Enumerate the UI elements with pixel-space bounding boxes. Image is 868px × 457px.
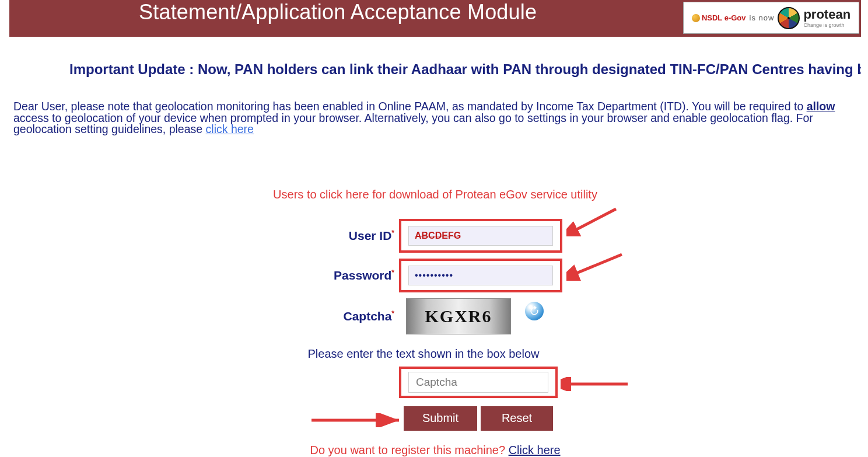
captcha-input-row: Captcha xyxy=(9,367,861,398)
brand-tagline: Change is growth xyxy=(803,22,844,28)
captcha-label: Captcha* xyxy=(9,309,394,323)
page-body: Important Update : Now, PAN holders can … xyxy=(9,37,861,457)
brand-new-name: protean xyxy=(803,8,850,21)
captcha-placeholder-text: Captcha xyxy=(416,376,457,389)
required-star: * xyxy=(391,268,394,277)
register-line: Do you want to register this machine? Cl… xyxy=(9,444,861,457)
svg-line-0 xyxy=(572,209,616,232)
captcha-refresh-button[interactable] xyxy=(525,302,544,320)
important-update-banner: Important Update : Now, PAN holders can … xyxy=(9,37,861,78)
download-utility-link[interactable]: Users to click here for download of Prot… xyxy=(9,188,861,201)
captcha-image-row: Captcha* KGXR6 xyxy=(9,298,861,334)
brand-old-name: NSDL e-Gov xyxy=(692,13,746,22)
register-question: Do you want to register this machine? xyxy=(310,444,508,456)
captcha-input[interactable]: Captcha xyxy=(408,372,548,393)
password-input[interactable]: •••••••••• xyxy=(408,266,553,285)
brand-new-logo-icon xyxy=(778,7,800,29)
app-header: Statement/Application Acceptance Module … xyxy=(9,0,861,37)
button-row: Submit Reset xyxy=(9,406,861,432)
register-link[interactable]: Click here xyxy=(509,444,561,456)
app-title: Statement/Application Acceptance Module xyxy=(9,0,537,25)
password-field-highlight: •••••••••• xyxy=(399,259,562,292)
login-form: User ID* ABCDEFG Password* •••••••••• xyxy=(9,219,861,457)
annotation-arrow-icon xyxy=(566,252,625,283)
brand-old-logo-icon xyxy=(692,14,700,22)
brand-is-now: is now xyxy=(750,13,775,22)
captcha-image: KGXR6 xyxy=(406,298,511,334)
page-root: Statement/Application Acceptance Module … xyxy=(0,0,868,457)
user-id-label: User ID* xyxy=(9,229,394,243)
geo-note-part2: access to geolocation of your device whe… xyxy=(13,111,813,136)
brand-old-text: NSDL e-Gov xyxy=(702,13,746,22)
annotation-arrow-icon xyxy=(566,207,619,239)
captcha-label-text: Captcha xyxy=(343,309,391,323)
reset-button[interactable]: Reset xyxy=(481,406,553,431)
svg-line-1 xyxy=(572,254,622,275)
submit-button[interactable]: Submit xyxy=(404,406,477,431)
password-label-text: Password xyxy=(334,268,391,282)
user-id-row: User ID* ABCDEFG xyxy=(9,219,861,253)
password-label: Password* xyxy=(9,268,394,282)
required-star: * xyxy=(391,309,394,318)
password-row: Password* •••••••••• xyxy=(9,259,861,292)
annotation-arrow-icon xyxy=(561,377,631,393)
brand-box: NSDL e-Gov is now protean Change is grow… xyxy=(683,2,859,34)
geo-guidelines-link[interactable]: click here xyxy=(206,123,254,135)
captcha-input-highlight: Captcha xyxy=(399,367,558,398)
brand-new-block: protean Change is growth xyxy=(803,8,850,28)
refresh-icon xyxy=(528,305,540,317)
user-id-label-text: User ID xyxy=(349,229,392,242)
geolocation-notice: Dear User, please note that geolocation … xyxy=(9,78,861,135)
user-id-input[interactable]: ABCDEFG xyxy=(408,226,553,246)
required-star: * xyxy=(391,229,394,237)
annotation-arrow-icon xyxy=(310,413,404,430)
user-id-field-highlight: ABCDEFG xyxy=(399,219,562,253)
captcha-hint: Please enter the text shown in the box b… xyxy=(0,347,861,361)
